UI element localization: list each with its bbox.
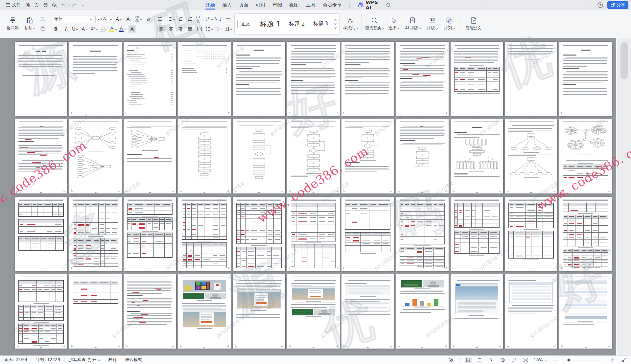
- style-item-1[interactable]: 正文: [237, 20, 254, 28]
- styles-expand[interactable]: [335, 26, 337, 29]
- underline-button[interactable]: U: [71, 25, 79, 33]
- page-thumbnail[interactable]: [233, 274, 285, 349]
- format-painter-button[interactable]: 格式刷: [4, 17, 21, 31]
- highlight-button[interactable]: A: [109, 25, 117, 33]
- sort-button[interactable]: A: [214, 15, 223, 23]
- page-thumbnail[interactable]: [505, 119, 557, 193]
- align-left-button[interactable]: [157, 25, 166, 33]
- style-item-3[interactable]: 标题 2: [285, 20, 309, 28]
- borders-button[interactable]: [224, 25, 232, 33]
- line-spacing-button[interactable]: [205, 25, 213, 33]
- tab-8[interactable]: 会员专享: [319, 0, 345, 10]
- proofread-button[interactable]: 校对: [108, 357, 117, 363]
- document-canvas[interactable]: [0, 38, 631, 355]
- spell-check-toggle[interactable]: 拼写检查: 打开: [69, 357, 100, 363]
- export-pdf-button[interactable]: [32, 1, 41, 9]
- tab-5[interactable]: 审阅: [269, 0, 286, 10]
- redo-button[interactable]: [70, 1, 79, 9]
- smart-doc-button[interactable]: 智能公文: [463, 17, 484, 31]
- char-scale-button[interactable]: A: [195, 15, 204, 23]
- italic-button[interactable]: I: [61, 25, 70, 33]
- undo-button[interactable]: [59, 1, 68, 9]
- bullets-button[interactable]: [157, 15, 166, 23]
- page-thumbnail[interactable]: [124, 197, 176, 271]
- pinyin-guide-button[interactable]: wén 文: [134, 15, 143, 23]
- page-thumbnail[interactable]: [341, 197, 394, 271]
- page-indicator[interactable]: 页面: 23/54: [5, 357, 27, 363]
- page-thumbnail[interactable]: [178, 42, 231, 116]
- style-item-2[interactable]: 标题 1: [256, 19, 285, 29]
- page-thumbnail[interactable]: [69, 274, 122, 349]
- page-thumbnail[interactable]: [396, 197, 449, 271]
- page-thumbnail[interactable]: [69, 42, 122, 116]
- read-aloud-button[interactable]: [488, 357, 495, 363]
- page-thumbnail[interactable]: [287, 42, 340, 116]
- cloud-upload-button[interactable]: [597, 2, 603, 8]
- page-thumbnail[interactable]: [15, 197, 67, 271]
- file-menu-button[interactable]: 文件: [3, 0, 23, 10]
- outline-view-button[interactable]: [476, 357, 483, 363]
- page-thumbnail[interactable]: [451, 197, 503, 271]
- wps-ai-button[interactable]: WPS AI: [354, 0, 381, 10]
- zoom-slider-thumb[interactable]: [568, 358, 571, 361]
- tab-ruler-button[interactable]: [224, 15, 232, 23]
- search-button[interactable]: [386, 2, 391, 8]
- page-thumbnail[interactable]: [178, 197, 231, 271]
- page-thumbnail[interactable]: [341, 42, 394, 116]
- page-thumbnail[interactable]: [559, 197, 612, 271]
- page-thumbnail[interactable]: [559, 42, 612, 116]
- tab-3[interactable]: 页面: [235, 0, 252, 10]
- page-thumbnail[interactable]: [233, 119, 285, 193]
- layout-button[interactable]: 排版: [424, 17, 441, 31]
- zoom-percent[interactable]: 18%: [534, 357, 547, 362]
- page-thumbnail[interactable]: [124, 42, 176, 116]
- page-thumbnail[interactable]: [124, 119, 176, 193]
- page-thumbnail[interactable]: [559, 274, 612, 349]
- page-thumbnail[interactable]: [178, 119, 231, 193]
- strikethrough-button[interactable]: A: [80, 25, 89, 33]
- fit-screen-button[interactable]: [620, 357, 628, 363]
- page-thumbnail[interactable]: [233, 197, 285, 271]
- tab-7[interactable]: 工具: [302, 0, 319, 10]
- paste-button[interactable]: 粘贴: [21, 17, 38, 31]
- page-thumbnail[interactable]: [69, 119, 122, 193]
- page-thumbnail[interactable]: [559, 119, 612, 193]
- justify-button[interactable]: [186, 25, 194, 33]
- page-thumbnail[interactable]: [505, 197, 557, 271]
- superscript-button[interactable]: X²: [90, 25, 98, 33]
- page-thumbnail[interactable]: [287, 274, 340, 349]
- cjk-layout-button[interactable]: [205, 15, 213, 23]
- styles-scroll-up[interactable]: [334, 19, 337, 21]
- page-thumbnail[interactable]: [15, 274, 67, 349]
- page-thumbnail[interactable]: [505, 274, 557, 349]
- style-set-button[interactable]: 样式集: [342, 17, 359, 31]
- page-thumbnail[interactable]: [451, 274, 503, 349]
- style-item-4[interactable]: 标题 3: [309, 21, 332, 27]
- word-count[interactable]: 字数: 12429: [36, 357, 60, 363]
- ink-annotate-button[interactable]: [511, 357, 518, 363]
- increase-indent-button[interactable]: [186, 15, 194, 23]
- eye-protection-button[interactable]: [447, 357, 455, 363]
- page-thumbnail[interactable]: [233, 42, 285, 116]
- char-shading-button[interactable]: A: [128, 25, 136, 33]
- web-view-button[interactable]: [499, 357, 506, 363]
- copy-button[interactable]: [39, 25, 46, 32]
- bold-button[interactable]: B: [52, 25, 60, 33]
- page-thumbnail[interactable]: [69, 197, 122, 271]
- page-thumbnail[interactable]: [15, 119, 67, 193]
- tab-6[interactable]: 视图: [286, 0, 302, 10]
- page-thumbnail[interactable]: [396, 119, 449, 193]
- page-thumbnail[interactable]: [341, 274, 394, 349]
- font-color-button[interactable]: A: [118, 25, 127, 33]
- customize-toolbar-button[interactable]: [79, 1, 87, 9]
- select-button[interactable]: 选择: [385, 17, 402, 31]
- styles-scroll-down[interactable]: [334, 22, 337, 25]
- font-name-select[interactable]: 宋体: [52, 15, 94, 23]
- page-thumbnail[interactable]: [396, 42, 449, 116]
- font-size-select[interactable]: 小四: [95, 15, 114, 23]
- distribute-button[interactable]: [195, 25, 204, 33]
- share-button[interactable]: 分享: [607, 1, 628, 9]
- find-replace-button[interactable]: 查找替换: [364, 17, 385, 31]
- clear-format-button[interactable]: [144, 15, 152, 23]
- tab-2[interactable]: 插入: [219, 0, 235, 10]
